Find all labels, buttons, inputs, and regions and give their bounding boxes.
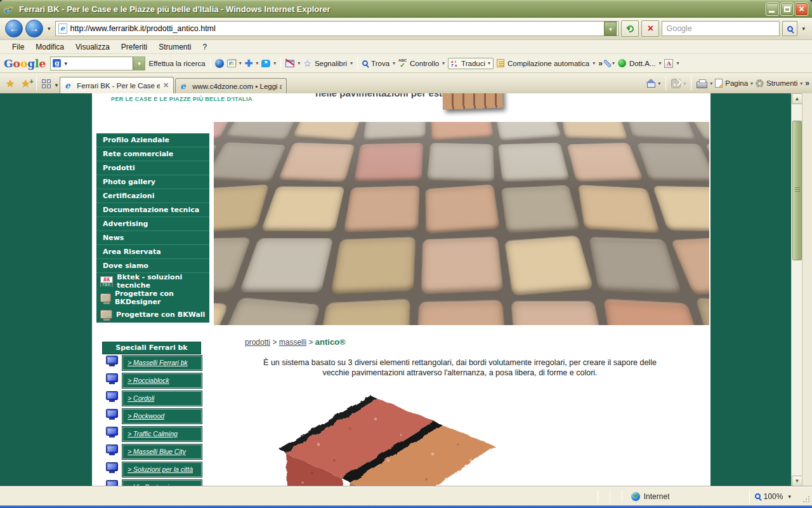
- tools-menu-button[interactable]: Strumenti: [766, 79, 797, 87]
- special-link-via-postumia[interactable]: > Via Postumia: [102, 480, 204, 486]
- comments-bubble-icon[interactable]: ❞: [261, 60, 270, 67]
- google-search-go-button[interactable]: Effettua la ricerca: [148, 60, 205, 67]
- photos-icon[interactable]: [227, 60, 236, 67]
- special-link-box[interactable]: > Cordoli: [122, 391, 202, 406]
- refresh-button[interactable]: [621, 20, 639, 37]
- scrollbar-thumb[interactable]: [792, 121, 802, 260]
- spellcheck-dropdown-icon[interactable]: ▾: [442, 60, 445, 66]
- forward-button[interactable]: →: [25, 20, 43, 37]
- menu-file[interactable]: File: [6, 41, 30, 53]
- url-text[interactable]: http://www.ferraribk.it/prodotti_antico.…: [70, 24, 605, 33]
- bookmarks-star-icon[interactable]: ☆: [303, 58, 311, 69]
- special-link-box[interactable]: > Traffic Calming: [122, 427, 202, 441]
- translate-button[interactable]: aì7à Traduci ▾: [448, 58, 494, 69]
- sidebar-item-profilo-aziendale[interactable]: Profilo Aziendale: [96, 133, 209, 147]
- special-link-box[interactable]: > Rockwood: [122, 409, 202, 424]
- zoom-dropdown-icon[interactable]: ▾: [786, 493, 793, 500]
- favorites-star-icon[interactable]: ★: [3, 77, 18, 93]
- sidebar-item-bkwall[interactable]: Progettare con BKWall: [96, 306, 209, 323]
- special-link-rocciablock[interactable]: > Rocciablock: [102, 373, 204, 391]
- tools-menu-dropdown-icon[interactable]: ▾: [800, 81, 802, 86]
- home-dropdown-icon[interactable]: ▾: [658, 81, 660, 86]
- menu-visualizza[interactable]: Visualizza: [70, 41, 115, 53]
- tab-c4dzone[interactable]: e www.c4dzone.com • Leggi ar...: [175, 78, 287, 93]
- sidebar-item-documentazione-tecnica[interactable]: Documentazione tecnica: [96, 203, 209, 217]
- tab-list-dropdown-icon[interactable]: ▾: [53, 82, 60, 93]
- feed-dropdown-icon[interactable]: ▾: [683, 81, 686, 86]
- bookmarks-button[interactable]: Segnalibri: [315, 60, 347, 67]
- print-icon[interactable]: [697, 81, 707, 88]
- sidebar-item-news[interactable]: News: [96, 231, 209, 245]
- translate-dropdown-icon[interactable]: ▾: [488, 60, 490, 66]
- popup-blocker-icon[interactable]: [285, 60, 294, 67]
- page-menu-dropdown-icon[interactable]: ▾: [750, 81, 753, 86]
- sidebar-item-dove-siamo[interactable]: Dove siamo: [96, 259, 209, 273]
- history-dropdown-icon[interactable]: ▾: [46, 25, 53, 32]
- special-link-masselli-ferrari-bk[interactable]: > Masselli Ferrari bk: [102, 356, 204, 373]
- command-overflow-chevron[interactable]: »: [805, 79, 809, 88]
- print-dropdown-icon[interactable]: ▾: [710, 81, 712, 86]
- search-box[interactable]: Google: [662, 21, 780, 36]
- sidebar-item-photo-gallery[interactable]: Photo gallery: [96, 175, 209, 189]
- zoom-control[interactable]: 100% ▾: [750, 492, 798, 501]
- toolbar-overflow-chevron[interactable]: »: [598, 59, 603, 68]
- google-search-history-button[interactable]: ▾: [133, 57, 145, 70]
- menu-help[interactable]: ?: [197, 41, 213, 53]
- address-field[interactable]: e http://www.ferraribk.it/prodotti_antic…: [55, 21, 619, 36]
- scroll-down-arrow-icon[interactable]: ▼: [792, 476, 802, 486]
- back-button[interactable]: ←: [5, 20, 23, 37]
- home-icon[interactable]: [647, 83, 655, 88]
- maximize-button[interactable]: [780, 3, 794, 16]
- pdf-dropdown-icon[interactable]: ▾: [676, 60, 679, 66]
- sidebar-item-bktek[interactable]: BKTEK Bktek - soluzioni tecniche: [96, 273, 209, 290]
- add-widget-dropdown-icon[interactable]: ▾: [256, 60, 258, 66]
- special-link-soluzioni-per-la-citta[interactable]: > Soluzioni per la città: [102, 462, 204, 480]
- autofill-dropdown-icon[interactable]: ▾: [593, 60, 595, 66]
- add-widget-icon[interactable]: ✚: [245, 58, 253, 68]
- page-menu-button[interactable]: Pagina: [725, 79, 748, 87]
- tab-ferrari-bk[interactable]: e Ferrari BK - Per le Case e ... ✕: [60, 77, 174, 93]
- autofill-icon[interactable]: [497, 59, 504, 67]
- sidebar-item-prodotti[interactable]: Prodotti: [96, 161, 209, 175]
- tab-close-icon[interactable]: ✕: [163, 82, 169, 89]
- menu-modifica[interactable]: Modifica: [30, 41, 70, 53]
- page-menu-icon[interactable]: [715, 79, 723, 88]
- breadcrumb-link-prodotti[interactable]: prodotti: [245, 338, 270, 347]
- google-search-dropdown-icon[interactable]: ▾: [62, 60, 69, 67]
- special-link-box[interactable]: > Masselli Ferrari bk: [122, 356, 202, 370]
- find-button[interactable]: Trova: [371, 60, 390, 67]
- special-link-box[interactable]: > Soluzioni per la città: [122, 462, 202, 477]
- tools-gear-icon[interactable]: [756, 79, 764, 88]
- photos-dropdown-icon[interactable]: ▾: [239, 60, 242, 66]
- account-status-icon[interactable]: [618, 59, 626, 67]
- menu-preferiti[interactable]: Preferiti: [115, 41, 153, 53]
- breadcrumb-link-masselli[interactable]: masselli: [279, 338, 306, 347]
- menu-strumenti[interactable]: Strumenti: [153, 41, 197, 53]
- rss-feed-icon[interactable]: [671, 79, 681, 88]
- quick-tabs-icon[interactable]: [42, 79, 51, 88]
- find-dropdown-icon[interactable]: ▾: [393, 60, 395, 66]
- special-link-box[interactable]: > Masselli Blue City: [122, 444, 202, 459]
- account-dropdown-icon[interactable]: ▾: [658, 60, 661, 66]
- sidebar-item-certificazioni[interactable]: Certificazioni: [96, 189, 209, 203]
- find-icon[interactable]: [362, 60, 368, 66]
- special-link-rockwood[interactable]: > Rockwood: [102, 409, 204, 427]
- popup-blocker-dropdown-icon[interactable]: ▾: [298, 60, 300, 66]
- special-link-masselli-blue-city[interactable]: > Masselli Blue City: [102, 444, 204, 462]
- sidebar-item-bkdesigner[interactable]: Progettare con BKDesigner: [96, 290, 209, 306]
- wrench-dropdown-icon[interactable]: ▾: [612, 60, 615, 66]
- spellcheck-button[interactable]: Controllo: [410, 60, 439, 67]
- google-search-input[interactable]: g ▾ ▾: [50, 57, 145, 70]
- adobe-pdf-icon[interactable]: A: [664, 59, 673, 68]
- wrench-settings-icon[interactable]: [603, 59, 612, 67]
- scroll-up-arrow-icon[interactable]: ▲: [792, 93, 802, 104]
- add-favorite-star-icon[interactable]: ★: [18, 77, 33, 93]
- search-button[interactable]: [782, 21, 797, 36]
- autofill-button[interactable]: Compilazione automatica: [508, 60, 589, 67]
- resize-grip[interactable]: [802, 495, 811, 504]
- minimize-button[interactable]: [766, 3, 779, 16]
- close-button[interactable]: ×: [795, 3, 808, 16]
- vertical-scrollbar[interactable]: ▲ ▼: [791, 93, 802, 486]
- search-options-dropdown-icon[interactable]: ▾: [800, 25, 807, 32]
- spellcheck-icon[interactable]: ABC✓: [398, 58, 407, 69]
